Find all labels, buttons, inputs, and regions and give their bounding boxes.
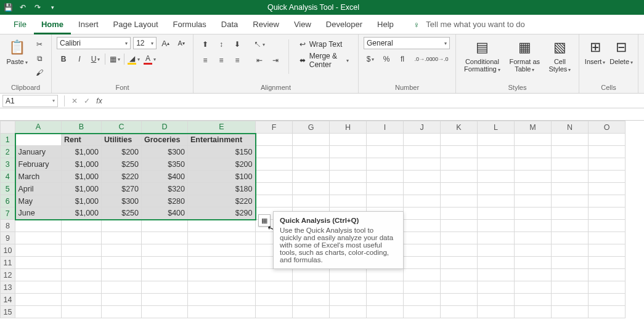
cell-N4[interactable] [552, 171, 589, 183]
worksheet-grid[interactable]: ABCDEFGHIJKLMNO1RentUtilitiesGroceriesEn… [0, 121, 644, 318]
cell-B1[interactable]: Rent [62, 134, 102, 146]
cell-I5[interactable] [367, 183, 404, 195]
cell-B2[interactable]: $1,000 [62, 146, 102, 158]
cell-N5[interactable] [552, 183, 589, 195]
cell-M4[interactable] [515, 171, 552, 183]
cell-E10[interactable] [188, 244, 256, 257]
cell-M13[interactable] [515, 281, 552, 294]
cell-B5[interactable]: $1,000 [62, 183, 102, 195]
cell-F15[interactable] [256, 306, 293, 318]
cell-G5[interactable] [293, 183, 330, 195]
cell-A11[interactable] [15, 257, 62, 269]
align-left-button[interactable]: ≡ [198, 54, 212, 66]
cell-M1[interactable] [515, 134, 552, 146]
cell-F14[interactable] [256, 294, 293, 306]
decrease-font-button[interactable]: A▾ [174, 37, 188, 49]
cell-O7[interactable] [589, 207, 626, 220]
italic-button[interactable]: I [73, 53, 86, 65]
cell-D8[interactable] [142, 220, 188, 232]
row-header-11[interactable]: 11 [1, 257, 15, 269]
qat-customize-icon[interactable]: ▾ [48, 3, 57, 12]
tab-file[interactable]: File [6, 15, 34, 34]
cell-M12[interactable] [515, 269, 552, 281]
cell-G3[interactable] [293, 158, 330, 171]
cell-D15[interactable] [142, 306, 188, 318]
cell-K10[interactable] [441, 244, 478, 257]
conditional-formatting-button[interactable]: ▤ Conditional Formatting [461, 37, 503, 73]
cell-G2[interactable] [293, 146, 330, 158]
tab-view[interactable]: View [287, 15, 319, 34]
cell-C4[interactable]: $220 [102, 171, 142, 183]
cell-E12[interactable] [188, 269, 256, 281]
cell-N2[interactable] [552, 146, 589, 158]
cell-M6[interactable] [515, 195, 552, 207]
cell-B9[interactable] [62, 232, 102, 244]
comma-format-button[interactable]: ﬂ [396, 53, 409, 65]
tab-page-layout[interactable]: Page Layout [106, 15, 166, 34]
cell-H1[interactable] [330, 134, 367, 146]
cell-F12[interactable] [256, 269, 293, 281]
font-name-combo[interactable]: Calibri▾ [57, 37, 131, 49]
cell-H12[interactable] [330, 269, 367, 281]
accounting-format-button[interactable]: $ [364, 53, 377, 65]
cell-H3[interactable] [330, 158, 367, 171]
cell-D2[interactable]: $300 [142, 146, 188, 158]
cell-K6[interactable] [441, 195, 478, 207]
cut-button[interactable]: ✂ [33, 38, 46, 50]
cell-A12[interactable] [15, 269, 62, 281]
cell-L9[interactable] [478, 232, 515, 244]
column-header-N[interactable]: N [552, 121, 589, 134]
column-header-A[interactable]: A [15, 121, 62, 134]
cell-N8[interactable] [552, 220, 589, 232]
cell-J5[interactable] [404, 183, 441, 195]
cell-B8[interactable] [62, 220, 102, 232]
tell-me-search[interactable]: ♀ Tell me what you want to do [414, 20, 525, 30]
cell-H13[interactable] [330, 281, 367, 294]
align-center-button[interactable]: ≡ [214, 54, 228, 66]
cell-L5[interactable] [478, 183, 515, 195]
cell-B4[interactable]: $1,000 [62, 171, 102, 183]
row-header-14[interactable]: 14 [1, 294, 15, 306]
cell-D1[interactable]: Groceries [142, 134, 188, 146]
cell-E9[interactable] [188, 232, 256, 244]
cell-L13[interactable] [478, 281, 515, 294]
cell-A1[interactable] [15, 134, 62, 146]
cell-B7[interactable]: $1,000 [62, 207, 102, 220]
cell-J13[interactable] [404, 281, 441, 294]
column-header-O[interactable]: O [589, 121, 626, 134]
row-header-15[interactable]: 15 [1, 306, 15, 318]
increase-decimal-button[interactable]: .0→.00 [417, 53, 430, 65]
column-header-I[interactable]: I [367, 121, 404, 134]
cell-D6[interactable]: $280 [142, 195, 188, 207]
cell-G4[interactable] [293, 171, 330, 183]
cell-N12[interactable] [552, 269, 589, 281]
align-right-button[interactable]: ≡ [230, 54, 244, 66]
cell-G6[interactable] [293, 195, 330, 207]
cell-L4[interactable] [478, 171, 515, 183]
column-header-B[interactable]: B [62, 121, 102, 134]
cell-M10[interactable] [515, 244, 552, 257]
cell-N10[interactable] [552, 244, 589, 257]
cell-L12[interactable] [478, 269, 515, 281]
cell-L3[interactable] [478, 158, 515, 171]
cell-G13[interactable] [293, 281, 330, 294]
cell-D13[interactable] [142, 281, 188, 294]
tab-developer[interactable]: Developer [319, 15, 370, 34]
cell-C3[interactable]: $250 [102, 158, 142, 171]
cell-H2[interactable] [330, 146, 367, 158]
cell-J6[interactable] [404, 195, 441, 207]
cell-A5[interactable]: April [15, 183, 62, 195]
cell-K5[interactable] [441, 183, 478, 195]
cell-A3[interactable]: February [15, 158, 62, 171]
underline-button[interactable]: U [89, 53, 102, 65]
cell-F2[interactable] [256, 146, 293, 158]
column-header-C[interactable]: C [102, 121, 142, 134]
fill-color-button[interactable]: ◢ [127, 53, 141, 65]
cell-N11[interactable] [552, 257, 589, 269]
align-bottom-button[interactable]: ⬇ [230, 38, 244, 50]
cell-C7[interactable]: $250 [102, 207, 142, 220]
cell-A2[interactable]: January [15, 146, 62, 158]
cell-C15[interactable] [102, 306, 142, 318]
cell-L15[interactable] [478, 306, 515, 318]
cell-styles-button[interactable]: ▧ Cell Styles [546, 37, 574, 73]
